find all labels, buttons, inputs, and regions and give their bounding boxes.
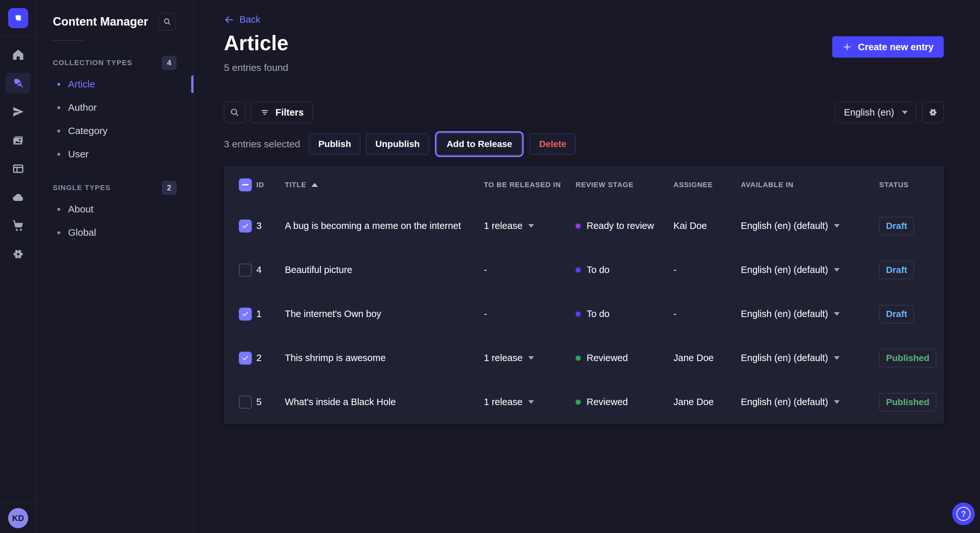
cell-to-be-released-in[interactable]: 1 release <box>484 220 576 231</box>
sidebar-item-article[interactable]: Article <box>37 73 194 96</box>
cell-available-in[interactable]: English (en) (default) <box>741 220 879 231</box>
cell-to-be-released-in[interactable]: 1 release <box>484 353 576 363</box>
column-header-review-stage[interactable]: REVIEW STAGE <box>576 181 673 189</box>
table-row[interactable]: 5What's inside a Black Hole1 releaseRevi… <box>224 380 944 424</box>
row-checkbox-unchecked[interactable] <box>239 263 252 276</box>
section-single-types: SINGLE TYPES 2 About Global <box>37 178 194 244</box>
chevron-down-icon <box>834 312 840 316</box>
cell-available-in[interactable]: English (en) (default) <box>741 353 879 363</box>
main-content: Back Article 5 entries found Create new … <box>194 0 980 533</box>
column-header-assignee[interactable]: ASSIGNEE <box>673 181 741 189</box>
cell-title: Beautiful picture <box>285 265 484 275</box>
table-body: 3A bug is becoming a meme on the interne… <box>224 204 944 424</box>
chevron-down-icon <box>528 356 534 360</box>
cell-assignee: Jane Doe <box>673 353 741 363</box>
cell-assignee: Kai Doe <box>673 220 741 231</box>
cell-review-stage: To do <box>576 265 673 275</box>
locale-value: English (en) <box>844 107 894 118</box>
cell-available-in[interactable]: English (en) (default) <box>741 397 879 408</box>
cloud-icon <box>11 190 25 204</box>
create-new-entry-button[interactable]: Create new entry <box>832 36 944 58</box>
search-entries-button[interactable] <box>224 102 245 123</box>
search-icon <box>163 17 172 26</box>
entries-table: IDTITLETO BE RELEASED INREVIEW STAGEASSI… <box>224 166 944 424</box>
chevron-down-icon <box>834 356 840 360</box>
cell-to-be-released-in[interactable]: 1 release <box>484 397 576 408</box>
check-icon <box>241 222 250 230</box>
cell-id: 3 <box>256 220 285 231</box>
help-button[interactable]: ? <box>952 503 975 525</box>
add-to-release-button[interactable]: Add to Release <box>437 133 522 155</box>
sidebar-item-about[interactable]: About <box>37 198 194 221</box>
toolbar: Filters English (en) <box>224 102 944 123</box>
cell-id: 1 <box>256 309 285 319</box>
stage-dot-icon <box>576 311 581 317</box>
avatar[interactable]: KD <box>8 508 28 528</box>
back-link[interactable]: Back <box>224 14 260 25</box>
publish-button[interactable]: Publish <box>309 133 360 155</box>
sidebar-item-deploy[interactable] <box>6 187 30 208</box>
sidebar-item-marketplace[interactable] <box>6 215 30 236</box>
column-header-status[interactable]: STATUS <box>879 181 944 189</box>
unpublish-button[interactable]: Unpublish <box>366 133 429 155</box>
cell-to-be-released-in: - <box>484 309 576 319</box>
column-header-id[interactable]: ID <box>256 181 285 189</box>
bullet-icon <box>57 231 60 234</box>
check-icon <box>241 354 250 362</box>
row-checkbox-checked[interactable] <box>239 219 252 233</box>
selection-bar: 3 entries selected PublishUnpublishAdd t… <box>224 133 576 155</box>
paper-plane-icon <box>11 105 25 119</box>
sidebar-item-content-type-builder[interactable] <box>6 159 30 179</box>
select-all-checkbox[interactable] <box>239 178 252 191</box>
sidebar-item-home[interactable] <box>6 44 30 65</box>
sidebar-item-content-manager[interactable] <box>6 73 30 94</box>
sidebar-item-category[interactable]: Category <box>37 119 194 143</box>
app-window: KD Content Manager COLLECTION TYPES 4 Ar… <box>0 0 980 533</box>
sort-ascending-icon <box>312 183 318 187</box>
view-settings-button[interactable] <box>922 102 944 123</box>
filters-label: Filters <box>275 107 304 118</box>
row-checkbox-checked[interactable] <box>239 308 252 320</box>
column-header-to-be-released-in[interactable]: TO BE RELEASED IN <box>484 181 576 189</box>
rail-icon-list <box>6 44 30 265</box>
cell-review-stage: Ready to review <box>576 220 673 231</box>
cell-assignee: Jane Doe <box>673 397 741 408</box>
cell-status: Published <box>879 393 944 411</box>
sidebar-item-settings[interactable] <box>6 244 30 265</box>
row-checkbox-unchecked[interactable] <box>239 396 252 409</box>
sidebar-item-releases[interactable] <box>6 102 30 122</box>
table-row[interactable]: 1The internet's Own boy-To do-English (e… <box>224 292 944 336</box>
strapi-logo-icon <box>12 12 24 24</box>
row-checkbox-checked[interactable] <box>239 352 252 365</box>
column-header-available-in[interactable]: AVAILABLE IN <box>741 181 879 189</box>
table-row[interactable]: 3A bug is becoming a meme on the interne… <box>224 204 944 248</box>
strapi-logo[interactable] <box>8 8 28 28</box>
chevron-down-icon <box>834 400 840 404</box>
status-badge: Draft <box>879 217 914 235</box>
column-header-title[interactable]: TITLE <box>285 181 484 189</box>
sidebar-item-media-library[interactable] <box>6 130 30 151</box>
bullet-icon <box>57 153 60 156</box>
cell-available-in[interactable]: English (en) (default) <box>741 265 879 275</box>
table-row[interactable]: 4Beautiful picture-To do-English (en) (d… <box>224 248 944 292</box>
search-icon <box>229 107 240 117</box>
sidebar-item-author[interactable]: Author <box>37 96 194 119</box>
bullet-icon <box>57 106 60 109</box>
sidebar-item-user[interactable]: User <box>37 143 194 166</box>
cell-title: The internet's Own boy <box>285 309 484 319</box>
sidebar-item-global[interactable]: Global <box>37 221 194 244</box>
home-icon <box>11 48 25 62</box>
stage-dot-icon <box>576 400 581 405</box>
table-row[interactable]: 2This shrimp is awesome1 releaseReviewed… <box>224 336 944 380</box>
chevron-down-icon <box>834 268 840 272</box>
delete-button[interactable]: Delete <box>530 133 576 155</box>
locale-select[interactable]: English (en) <box>835 102 916 123</box>
cell-available-in[interactable]: English (en) (default) <box>741 309 879 319</box>
chevron-down-icon <box>528 400 534 404</box>
content-type-label: About <box>68 204 93 215</box>
subnav-search-button[interactable] <box>159 13 176 30</box>
section-label: COLLECTION TYPES <box>53 59 132 67</box>
filters-button[interactable]: Filters <box>250 102 313 123</box>
bullet-icon <box>57 208 60 211</box>
stage-dot-icon <box>576 355 581 361</box>
